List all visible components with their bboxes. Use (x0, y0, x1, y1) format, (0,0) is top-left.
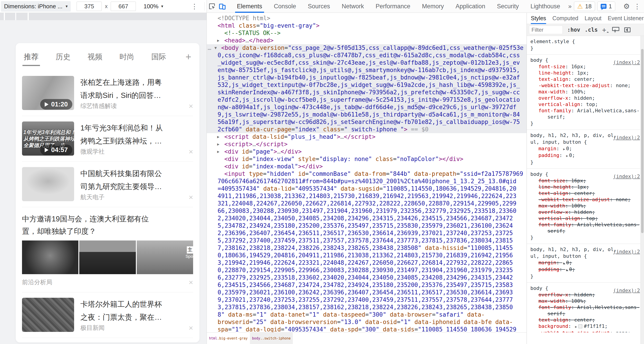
dismiss-item-icon[interactable]: × (188, 148, 193, 155)
css-property[interactable]: text-align: center; (527, 317, 644, 323)
scrollbar-thumb[interactable] (641, 49, 644, 233)
code-line[interactable]: 0,180636,194529,204816,204911,211986,213… (207, 252, 527, 259)
code-line[interactable]: skinRenderIndex@w-a467f3f8,js_skinIphone… (207, 89, 527, 96)
toggle-class-button[interactable]: .cls (585, 27, 598, 33)
more-tabs-icon[interactable]: » (568, 0, 572, 13)
rule-selector[interactable]: body {(index):2 (527, 285, 644, 292)
css-property[interactable]: -webkit-text-size-adjust: none; (527, 196, 644, 203)
code-line[interactable]: 5,234782,234924,235180,235200,235376,235… (207, 222, 527, 230)
code-line[interactable]: …▼<body data-version="css_page_2@w-5f05d… (207, 44, 527, 52)
show-more-icon[interactable]: … (208, 44, 211, 52)
list-item[interactable]: 卡塔尔外籍工人的世界杯之夜：门票太贵，聚在…极目新闻× (22, 292, 193, 338)
code-line[interactable]: spa="1" data-logid="4095357434" data-spd… (207, 326, 527, 332)
tab-console[interactable]: Console (273, 0, 297, 13)
code-line[interactable]: js_banner_ctrl@w-b194fb40,js_inputlog@w-… (207, 74, 527, 81)
list-item[interactable]: 中方邀请19国与会，连澳大利亚都有位置，却唯独缺了印度？主Spo前沿分析局× (22, 207, 193, 292)
code-line[interactable]: 0,235979,236021,236100,236242,236396,236… (207, 289, 527, 296)
tab-event-listeners[interactable]: Event Listeners (608, 13, 644, 24)
tab-styles[interactable]: Styles (531, 13, 546, 24)
code-line[interactable]: 3,219942,219946,222624,223321,224048,224… (207, 259, 527, 266)
paint-roller-icon[interactable] (612, 27, 619, 33)
code-line[interactable]: ▶<script data-lsid="plus_js_head">…</scr… (207, 133, 527, 140)
warnings-badge[interactable]: ⚠ 18 (574, 2, 595, 11)
styles-scrollbar[interactable] (640, 36, 644, 344)
tab-sources[interactable]: Sources (307, 0, 331, 13)
dismiss-item-icon[interactable]: × (188, 194, 193, 200)
feed-tab-时尚[interactable]: 时尚 (120, 52, 134, 62)
devtools-menu-icon[interactable]: ⋮ (634, 2, 641, 10)
color-swatch[interactable] (578, 324, 582, 328)
css-property[interactable]: margin: ▶0; (527, 260, 644, 266)
breadcrumb-item[interactable]: html.big-event-gray (207, 332, 250, 344)
tab-application[interactable]: Application (455, 0, 486, 13)
css-property[interactable]: -webkit-text-size-adjust: none; (527, 82, 644, 89)
code-line[interactable]: 0,228870,229154,229905,229966,230083,230… (207, 266, 527, 274)
tab-layout[interactable]: Layout (584, 13, 601, 24)
css-property[interactable]: text-align: center; (527, 76, 644, 82)
tab-memory[interactable]: Memory (421, 0, 445, 13)
code-line[interactable]: 2,236396,236407,236454,236511,236517,236… (207, 230, 527, 237)
item-title[interactable]: 张柏芝在上海迷路，用粤语求助Siri，Siri的回答… (80, 76, 193, 102)
code-line[interactable]: 321,224048,224267,226050,226627,226814,2… (207, 200, 527, 207)
toggle-device-toolbar-icon[interactable] (218, 2, 226, 11)
collapse-sidebar-icon[interactable] (624, 28, 630, 32)
feed-tab-国际[interactable]: 国际 (151, 52, 166, 62)
code-line[interactable]: 0,css_icon@w-f168dca8,css_plus@w-c87478b… (207, 52, 527, 59)
device-toolbar-menu-icon[interactable]: ⋮ (191, 2, 198, 10)
tab-lighthouse[interactable]: Lighthouse (530, 0, 561, 13)
code-line[interactable]: e7dfc2,js_iscroll@w-bccf5be0,js_superfra… (207, 96, 527, 104)
code-line[interactable]: 2,234020,234044,234050,234085,234208,234… (207, 215, 527, 222)
code-line[interactable]: <!DOCTYPE html> (207, 14, 527, 22)
item-title[interactable]: 中方邀请19国与会，连澳大利亚都有位置，却唯独缺了印度？ (22, 213, 193, 237)
code-line[interactable]: 6,234515,234566,234687,234724,234782,234… (207, 281, 527, 289)
dimensions-select[interactable]: Dimensions: iPhone ... ▾ (1, 1, 71, 12)
code-line[interactable]: <div id="index-view" style="display: non… (207, 156, 527, 163)
css-property[interactable]: padding: ▶0; (527, 152, 644, 159)
expand-arrow-icon[interactable]: ▶ (562, 261, 566, 265)
list-item[interactable]: 01:20张柏芝在上海迷路，用粤语求助Siri，Siri的回答…综艺情感解读× (22, 70, 193, 116)
code-line[interactable]: 6,232779,232925,233518,233602,234020,234… (207, 274, 527, 281)
css-property[interactable]: text-align: center; (527, 190, 644, 196)
tab-security[interactable]: Security (496, 0, 520, 13)
css-property[interactable]: padding: ▶0; (527, 266, 644, 273)
expand-arrow-icon[interactable]: ▶ (217, 37, 220, 44)
rule-selector[interactable]: ul, input, button { (527, 139, 644, 146)
item-title[interactable]: 卡塔尔外籍工人的世界杯之夜：门票太贵，聚在… (80, 298, 193, 324)
feed-tab-历史[interactable]: 历史 (56, 52, 70, 62)
code-line[interactable]: _widget_sug@w-ec5ec8df,css_skin@w-27c43e… (207, 59, 527, 66)
toggle-hover-state-button[interactable]: :hov (567, 27, 580, 33)
css-property[interactable]: line-height: 1px; (527, 184, 644, 190)
dismiss-item-icon[interactable]: × (188, 102, 193, 109)
dismiss-item-icon[interactable]: × (188, 279, 193, 286)
inspect-element-icon[interactable] (208, 2, 216, 11)
code-line[interactable]: <div id="index-modal"></div> (207, 163, 527, 170)
dismiss-item-icon[interactable]: × (188, 324, 193, 331)
css-property[interactable]: font-family: Arial,Helvetica,sans-serif; (527, 222, 644, 234)
tab-performance[interactable]: Performance (375, 0, 411, 13)
css-property[interactable]: font-family: Arial,Helvetica,sans-serif; (527, 304, 644, 317)
feed-tab-视频[interactable]: 视频 (88, 52, 102, 62)
code-line[interactable]: 706c66746a62617462702811#from=844b#pu=sz… (207, 178, 527, 185)
rule-selector[interactable]: element.style { (527, 38, 644, 45)
stylesheet-source-link[interactable]: (index):2 (613, 287, 640, 294)
code-line[interactable]: 56a19f,js_superstart@w-cc96d826,js_setSe… (207, 118, 527, 126)
expand-arrow-icon[interactable]: ▶ (217, 148, 220, 156)
css-property[interactable]: line-height: 1px; (527, 70, 644, 76)
css-property[interactable]: max-width: 100%; (527, 89, 644, 95)
code-line[interactable]: =4095357434" data-lid="4095357434" data-… (207, 185, 527, 192)
css-property[interactable]: background: ▶#f1f1f1; (527, 323, 644, 330)
css-property[interactable]: overflow-x: hidden; (527, 95, 644, 101)
expand-arrow-icon[interactable]: ▶ (574, 325, 578, 329)
code-line[interactable]: 66,230083,230288,230930,231497,231904,23… (207, 207, 527, 215)
new-style-rule-button[interactable]: + (602, 26, 606, 34)
css-property[interactable]: vertical-align: top; (527, 215, 644, 222)
css-property[interactable]: max-width: 100%; (527, 203, 644, 209)
issues-badge[interactable]: 1 (597, 2, 615, 11)
code-line[interactable]: browserid="25" data-browserversion="13.0… (207, 318, 527, 326)
code-line[interactable]: 2cfb60" data-cur-page="index" class=" sw… (207, 126, 527, 133)
settings-gear-icon[interactable]: ⚙ (623, 2, 630, 10)
code-line[interactable]: ▶<script>…</script> (207, 140, 527, 148)
expand-arrow-icon[interactable]: ▶ (217, 133, 220, 140)
code-line[interactable]: <!--STATUS OK--> (207, 30, 527, 37)
css-property[interactable]: overflow-x: hidden; (527, 209, 644, 215)
